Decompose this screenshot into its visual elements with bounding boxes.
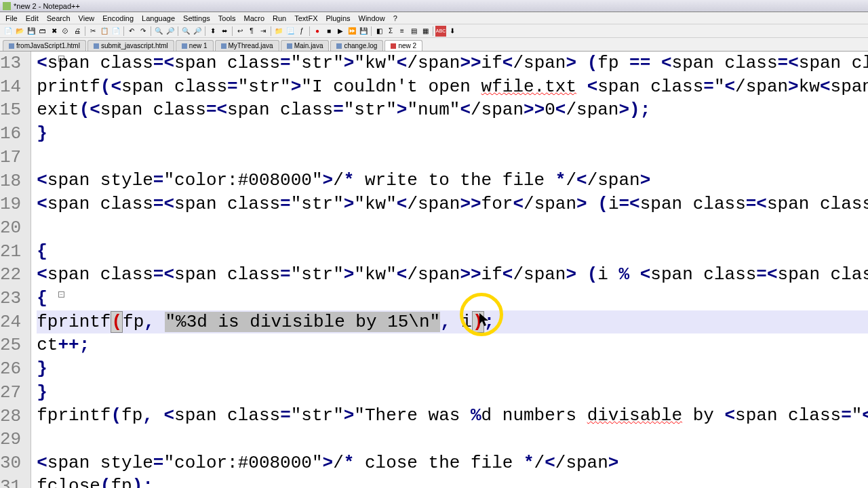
- play-icon[interactable]: ▶: [335, 26, 346, 37]
- zoom-out-icon[interactable]: 🔎: [192, 26, 203, 37]
- file-icon: [9, 43, 14, 49]
- menu-window[interactable]: Window: [355, 13, 389, 24]
- record-icon[interactable]: ●: [312, 26, 323, 37]
- zoom-in-icon[interactable]: 🔍: [180, 26, 191, 37]
- tab-fromjavascript1-html[interactable]: fromJavaScript1.html: [3, 40, 86, 51]
- code-area[interactable]: <span class=<span class="str">"kw"</span…: [31, 52, 868, 488]
- redo-icon[interactable]: ↷: [138, 26, 149, 37]
- tab-mythread-java[interactable]: MyThread.java: [215, 40, 279, 51]
- menu-run[interactable]: Run: [269, 13, 290, 24]
- misc5-icon[interactable]: ▦: [420, 26, 431, 37]
- code-line[interactable]: [37, 216, 868, 240]
- code-line[interactable]: exit(<span class=<span class="str">"num"…: [37, 98, 868, 122]
- line-number: 16: [0, 122, 21, 146]
- menu-view[interactable]: View: [75, 13, 99, 24]
- misc3-icon[interactable]: ≡: [397, 26, 408, 37]
- close-all-icon[interactable]: ⛒: [60, 26, 71, 37]
- tab-label: submit_javascript.html: [101, 42, 168, 49]
- spellcheck-icon[interactable]: ABC: [435, 26, 446, 37]
- misc1-icon[interactable]: ◧: [374, 26, 384, 37]
- doc-icon[interactable]: 📃: [285, 26, 296, 37]
- menu-edit[interactable]: Edit: [22, 13, 43, 24]
- menu-macro[interactable]: Macro: [239, 13, 269, 24]
- code-line[interactable]: [37, 146, 868, 169]
- sync-h-icon[interactable]: ⬌: [219, 26, 230, 37]
- save-all-icon[interactable]: 🗃: [37, 26, 48, 37]
- line-number: 28: [0, 405, 21, 428]
- tab-main-java[interactable]: Main.java: [281, 40, 330, 51]
- tab-change-log[interactable]: change.log: [330, 40, 383, 51]
- menu-settings[interactable]: Settings: [179, 13, 214, 24]
- menu-bar[interactable]: FileEditSearchViewEncodingLanguageSettin…: [0, 12, 868, 24]
- line-number: 21: [0, 240, 21, 264]
- open-file-icon[interactable]: 📂: [14, 26, 25, 37]
- file-icon: [391, 43, 396, 49]
- file-icon: [94, 43, 99, 49]
- line-number: 25: [0, 333, 21, 357]
- find-icon[interactable]: 🔍: [153, 26, 164, 37]
- misc4-icon[interactable]: ▤: [408, 26, 419, 37]
- menu-file[interactable]: File: [1, 13, 22, 24]
- toolbar: 📄 📂 💾 🗃 ✖ ⛒ 🖨 ✂ 📋 📄 ↶ ↷ 🔍 🔎 🔍 🔎 ⬍ ⬌ ↩ ¶ …: [0, 24, 868, 38]
- copy-icon[interactable]: 📋: [99, 26, 110, 37]
- tab-bar[interactable]: fromJavaScript1.htmlsubmit_javascript.ht…: [0, 38, 868, 52]
- menu-language[interactable]: Language: [138, 13, 179, 24]
- code-line[interactable]: fprintf(fp, <span class="str">"There was…: [37, 404, 868, 428]
- menu-plugins[interactable]: Plugins: [321, 13, 354, 24]
- title-bar: *new 2 - Notepad++: [0, 0, 868, 12]
- close-icon[interactable]: ✖: [49, 26, 60, 37]
- code-line[interactable]: [37, 428, 868, 451]
- next-icon[interactable]: ⬇: [447, 26, 458, 37]
- new-file-icon[interactable]: 📄: [3, 26, 14, 37]
- play-multi-icon[interactable]: ⏩: [347, 26, 357, 37]
- print-icon[interactable]: 🖨: [72, 26, 83, 37]
- menu-?[interactable]: ?: [389, 13, 401, 24]
- line-number: 18: [0, 169, 21, 193]
- line-number: 24: [0, 310, 21, 334]
- code-line[interactable]: }: [37, 381, 868, 405]
- tab-submit-javascript-html[interactable]: submit_javascript.html: [87, 40, 174, 51]
- code-line[interactable]: <span class=<span class="str">"kw"</span…: [37, 263, 868, 287]
- code-line[interactable]: <span style="color:#008000">/* close the…: [37, 451, 868, 475]
- code-line[interactable]: printf(<span class="str">"I couldn't ope…: [37, 75, 868, 99]
- menu-textfx[interactable]: TextFX: [290, 13, 321, 24]
- save-icon[interactable]: 💾: [26, 26, 37, 37]
- undo-icon[interactable]: ↶: [126, 26, 137, 37]
- paste-icon[interactable]: 📄: [111, 26, 121, 37]
- folder-icon[interactable]: 📁: [273, 26, 284, 37]
- indent-icon[interactable]: ⇥: [258, 26, 269, 37]
- replace-icon[interactable]: 🔎: [165, 26, 176, 37]
- code-line[interactable]: }: [37, 357, 868, 381]
- wrap-icon[interactable]: ↩: [235, 26, 245, 37]
- code-line[interactable]: {: [37, 240, 868, 264]
- code-line[interactable]: <span class=<span class="str">"kw"</span…: [37, 192, 868, 216]
- misc2-icon[interactable]: Σ: [385, 26, 396, 37]
- menu-tools[interactable]: Tools: [214, 13, 240, 24]
- sync-v-icon[interactable]: ⬍: [208, 26, 218, 37]
- line-number: 19: [0, 192, 21, 216]
- cut-icon[interactable]: ✂: [87, 26, 98, 37]
- tab-label: MyThread.java: [229, 42, 273, 49]
- code-line[interactable]: <span class=<span class="str">"kw"</span…: [37, 52, 868, 75]
- stop-icon[interactable]: ■: [323, 26, 334, 37]
- file-icon: [336, 43, 342, 49]
- editor-area[interactable]: 13141516171819202122232425262728293031 −…: [0, 52, 868, 488]
- showall-icon[interactable]: ¶: [246, 26, 257, 37]
- code-line[interactable]: ct++;: [37, 333, 868, 357]
- code-line[interactable]: fprintf(fp, "%3d is divisible by 15\n", …: [37, 310, 868, 334]
- line-number: 27: [0, 381, 21, 405]
- code-line[interactable]: fclose(fp);: [37, 474, 868, 488]
- line-number: 26: [0, 357, 21, 381]
- save-macro-icon[interactable]: 💾: [358, 26, 369, 37]
- code-line[interactable]: }: [37, 122, 868, 146]
- line-number: 14: [0, 75, 21, 99]
- code-line[interactable]: {: [37, 287, 868, 310]
- code-line[interactable]: <span style="color:#008000">/* write to …: [37, 169, 868, 192]
- line-number: 15: [0, 98, 21, 122]
- tab-new-2[interactable]: new 2: [384, 40, 422, 51]
- menu-encoding[interactable]: Encoding: [98, 13, 138, 24]
- tab-new-1[interactable]: new 1: [176, 40, 214, 51]
- func-icon[interactable]: ƒ: [296, 26, 307, 37]
- menu-search[interactable]: Search: [43, 13, 75, 24]
- tab-label: change.log: [344, 42, 377, 49]
